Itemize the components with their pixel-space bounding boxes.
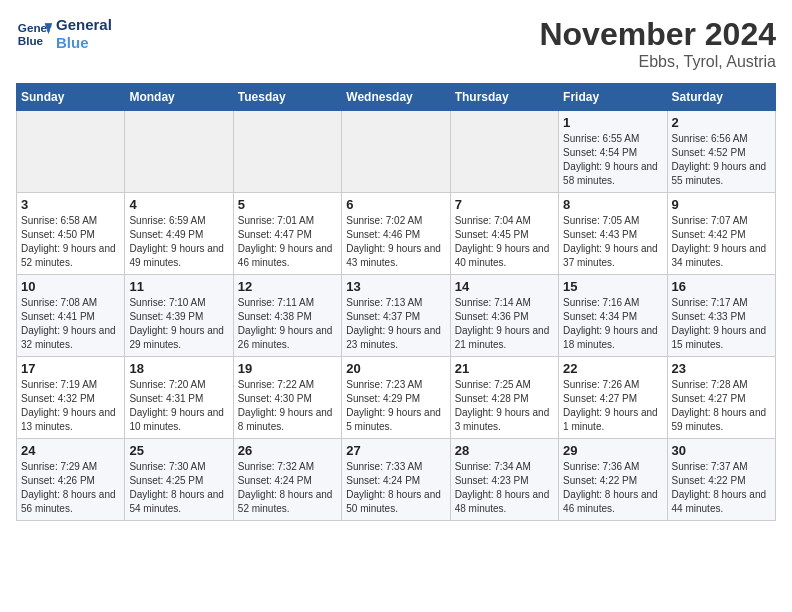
calendar-cell: 1Sunrise: 6:55 AM Sunset: 4:54 PM Daylig… <box>559 111 667 193</box>
day-number: 22 <box>563 361 662 376</box>
calendar-week-5: 24Sunrise: 7:29 AM Sunset: 4:26 PM Dayli… <box>17 439 776 521</box>
day-info: Sunrise: 7:37 AM Sunset: 4:22 PM Dayligh… <box>672 460 771 516</box>
day-info: Sunrise: 6:55 AM Sunset: 4:54 PM Dayligh… <box>563 132 662 188</box>
calendar-cell <box>342 111 450 193</box>
calendar-cell: 22Sunrise: 7:26 AM Sunset: 4:27 PM Dayli… <box>559 357 667 439</box>
header-friday: Friday <box>559 84 667 111</box>
calendar-week-1: 1Sunrise: 6:55 AM Sunset: 4:54 PM Daylig… <box>17 111 776 193</box>
calendar-cell: 6Sunrise: 7:02 AM Sunset: 4:46 PM Daylig… <box>342 193 450 275</box>
calendar-header-row: SundayMondayTuesdayWednesdayThursdayFrid… <box>17 84 776 111</box>
calendar-week-2: 3Sunrise: 6:58 AM Sunset: 4:50 PM Daylig… <box>17 193 776 275</box>
day-number: 19 <box>238 361 337 376</box>
day-info: Sunrise: 6:58 AM Sunset: 4:50 PM Dayligh… <box>21 214 120 270</box>
page-header: General Blue General Blue November 2024 … <box>16 16 776 71</box>
day-info: Sunrise: 7:29 AM Sunset: 4:26 PM Dayligh… <box>21 460 120 516</box>
calendar-cell: 20Sunrise: 7:23 AM Sunset: 4:29 PM Dayli… <box>342 357 450 439</box>
calendar-cell: 4Sunrise: 6:59 AM Sunset: 4:49 PM Daylig… <box>125 193 233 275</box>
calendar-cell: 7Sunrise: 7:04 AM Sunset: 4:45 PM Daylig… <box>450 193 558 275</box>
calendar-cell <box>17 111 125 193</box>
calendar-cell: 19Sunrise: 7:22 AM Sunset: 4:30 PM Dayli… <box>233 357 341 439</box>
day-number: 5 <box>238 197 337 212</box>
day-info: Sunrise: 7:04 AM Sunset: 4:45 PM Dayligh… <box>455 214 554 270</box>
day-number: 14 <box>455 279 554 294</box>
day-info: Sunrise: 7:23 AM Sunset: 4:29 PM Dayligh… <box>346 378 445 434</box>
calendar-cell <box>125 111 233 193</box>
calendar-cell <box>233 111 341 193</box>
calendar-cell: 13Sunrise: 7:13 AM Sunset: 4:37 PM Dayli… <box>342 275 450 357</box>
calendar-cell: 16Sunrise: 7:17 AM Sunset: 4:33 PM Dayli… <box>667 275 775 357</box>
calendar-cell <box>450 111 558 193</box>
day-number: 26 <box>238 443 337 458</box>
day-number: 16 <box>672 279 771 294</box>
day-info: Sunrise: 7:14 AM Sunset: 4:36 PM Dayligh… <box>455 296 554 352</box>
day-number: 17 <box>21 361 120 376</box>
day-number: 9 <box>672 197 771 212</box>
calendar-cell: 29Sunrise: 7:36 AM Sunset: 4:22 PM Dayli… <box>559 439 667 521</box>
day-number: 3 <box>21 197 120 212</box>
day-number: 15 <box>563 279 662 294</box>
calendar-week-4: 17Sunrise: 7:19 AM Sunset: 4:32 PM Dayli… <box>17 357 776 439</box>
logo-icon: General Blue <box>16 16 52 52</box>
day-info: Sunrise: 7:25 AM Sunset: 4:28 PM Dayligh… <box>455 378 554 434</box>
day-info: Sunrise: 7:34 AM Sunset: 4:23 PM Dayligh… <box>455 460 554 516</box>
location-title: Ebbs, Tyrol, Austria <box>539 53 776 71</box>
day-info: Sunrise: 7:28 AM Sunset: 4:27 PM Dayligh… <box>672 378 771 434</box>
day-info: Sunrise: 7:36 AM Sunset: 4:22 PM Dayligh… <box>563 460 662 516</box>
day-info: Sunrise: 7:22 AM Sunset: 4:30 PM Dayligh… <box>238 378 337 434</box>
header-tuesday: Tuesday <box>233 84 341 111</box>
calendar-body: 1Sunrise: 6:55 AM Sunset: 4:54 PM Daylig… <box>17 111 776 521</box>
day-number: 30 <box>672 443 771 458</box>
calendar-cell: 25Sunrise: 7:30 AM Sunset: 4:25 PM Dayli… <box>125 439 233 521</box>
day-info: Sunrise: 7:19 AM Sunset: 4:32 PM Dayligh… <box>21 378 120 434</box>
logo-general: General <box>56 16 112 34</box>
day-number: 12 <box>238 279 337 294</box>
calendar-table: SundayMondayTuesdayWednesdayThursdayFrid… <box>16 83 776 521</box>
day-number: 23 <box>672 361 771 376</box>
calendar-cell: 27Sunrise: 7:33 AM Sunset: 4:24 PM Dayli… <box>342 439 450 521</box>
header-thursday: Thursday <box>450 84 558 111</box>
month-title: November 2024 <box>539 16 776 53</box>
day-number: 8 <box>563 197 662 212</box>
title-area: November 2024 Ebbs, Tyrol, Austria <box>539 16 776 71</box>
calendar-cell: 24Sunrise: 7:29 AM Sunset: 4:26 PM Dayli… <box>17 439 125 521</box>
calendar-cell: 30Sunrise: 7:37 AM Sunset: 4:22 PM Dayli… <box>667 439 775 521</box>
day-number: 6 <box>346 197 445 212</box>
day-info: Sunrise: 7:32 AM Sunset: 4:24 PM Dayligh… <box>238 460 337 516</box>
day-info: Sunrise: 7:11 AM Sunset: 4:38 PM Dayligh… <box>238 296 337 352</box>
day-number: 7 <box>455 197 554 212</box>
logo: General Blue General Blue <box>16 16 112 52</box>
calendar-cell: 12Sunrise: 7:11 AM Sunset: 4:38 PM Dayli… <box>233 275 341 357</box>
day-number: 11 <box>129 279 228 294</box>
calendar-cell: 8Sunrise: 7:05 AM Sunset: 4:43 PM Daylig… <box>559 193 667 275</box>
day-info: Sunrise: 7:13 AM Sunset: 4:37 PM Dayligh… <box>346 296 445 352</box>
calendar-cell: 15Sunrise: 7:16 AM Sunset: 4:34 PM Dayli… <box>559 275 667 357</box>
day-info: Sunrise: 7:30 AM Sunset: 4:25 PM Dayligh… <box>129 460 228 516</box>
day-number: 2 <box>672 115 771 130</box>
calendar-cell: 9Sunrise: 7:07 AM Sunset: 4:42 PM Daylig… <box>667 193 775 275</box>
day-info: Sunrise: 7:08 AM Sunset: 4:41 PM Dayligh… <box>21 296 120 352</box>
day-info: Sunrise: 7:10 AM Sunset: 4:39 PM Dayligh… <box>129 296 228 352</box>
day-info: Sunrise: 7:05 AM Sunset: 4:43 PM Dayligh… <box>563 214 662 270</box>
calendar-cell: 11Sunrise: 7:10 AM Sunset: 4:39 PM Dayli… <box>125 275 233 357</box>
header-monday: Monday <box>125 84 233 111</box>
header-sunday: Sunday <box>17 84 125 111</box>
day-number: 20 <box>346 361 445 376</box>
day-info: Sunrise: 7:02 AM Sunset: 4:46 PM Dayligh… <box>346 214 445 270</box>
day-info: Sunrise: 7:20 AM Sunset: 4:31 PM Dayligh… <box>129 378 228 434</box>
day-number: 1 <box>563 115 662 130</box>
svg-text:Blue: Blue <box>18 34 44 47</box>
calendar-cell: 28Sunrise: 7:34 AM Sunset: 4:23 PM Dayli… <box>450 439 558 521</box>
day-info: Sunrise: 7:17 AM Sunset: 4:33 PM Dayligh… <box>672 296 771 352</box>
day-number: 27 <box>346 443 445 458</box>
logo-blue: Blue <box>56 34 112 52</box>
calendar-cell: 5Sunrise: 7:01 AM Sunset: 4:47 PM Daylig… <box>233 193 341 275</box>
day-number: 25 <box>129 443 228 458</box>
header-saturday: Saturday <box>667 84 775 111</box>
calendar-cell: 3Sunrise: 6:58 AM Sunset: 4:50 PM Daylig… <box>17 193 125 275</box>
day-number: 29 <box>563 443 662 458</box>
calendar-cell: 17Sunrise: 7:19 AM Sunset: 4:32 PM Dayli… <box>17 357 125 439</box>
day-number: 24 <box>21 443 120 458</box>
day-info: Sunrise: 7:16 AM Sunset: 4:34 PM Dayligh… <box>563 296 662 352</box>
header-wednesday: Wednesday <box>342 84 450 111</box>
calendar-cell: 21Sunrise: 7:25 AM Sunset: 4:28 PM Dayli… <box>450 357 558 439</box>
